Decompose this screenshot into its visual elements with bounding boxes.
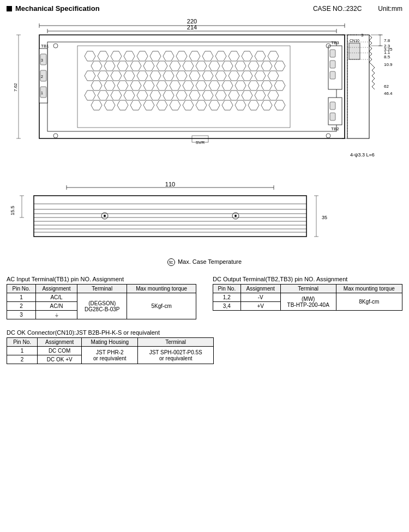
svg-text:3: 3 bbox=[41, 58, 43, 62]
unit-label: Unit:mm bbox=[378, 5, 402, 13]
svg-rect-8 bbox=[39, 35, 345, 138]
svg-marker-85 bbox=[268, 90, 279, 100]
svg-marker-31 bbox=[157, 61, 167, 71]
svg-rect-111 bbox=[330, 61, 335, 68]
dcok-row1-pin: 1 bbox=[7, 347, 38, 355]
svg-text:SVR: SVR bbox=[196, 140, 205, 145]
svg-marker-18 bbox=[176, 51, 187, 61]
svg-rect-10 bbox=[77, 46, 290, 128]
svg-marker-59 bbox=[130, 81, 141, 90]
svg-marker-63 bbox=[183, 81, 194, 90]
ac-input-table-group: AC Input Terminal(TB1) pin NO. Assignmen… bbox=[7, 276, 196, 319]
dcok-row2-pin: 2 bbox=[7, 355, 38, 364]
svg-text:110: 110 bbox=[165, 182, 175, 188]
svg-marker-22 bbox=[228, 51, 239, 61]
dcok-col-pinno: Pin No. bbox=[7, 338, 38, 347]
svg-marker-88 bbox=[117, 100, 128, 110]
svg-marker-12 bbox=[98, 51, 109, 61]
ac-input-table-title: AC Input Terminal(TB1) pin NO. Assignmen… bbox=[7, 276, 196, 282]
svg-marker-19 bbox=[189, 51, 200, 61]
svg-text:2: 2 bbox=[41, 75, 43, 78]
ac-row1-pin: 1 bbox=[7, 293, 36, 302]
dc-col-assignment: Assignment bbox=[240, 285, 280, 293]
svg-marker-51 bbox=[215, 71, 226, 81]
ac-terminal: (DEGSON)DG28C-B-03P bbox=[77, 293, 127, 319]
ac-row1-assignment: AC/L bbox=[35, 293, 77, 302]
svg-marker-30 bbox=[143, 61, 154, 71]
svg-marker-91 bbox=[157, 100, 167, 110]
svg-point-172 bbox=[234, 215, 237, 217]
ac-input-table: Pin No. Assignment Terminal Max mounting… bbox=[7, 284, 196, 319]
svg-point-126 bbox=[326, 134, 330, 138]
svg-marker-64 bbox=[196, 81, 207, 90]
dcok-row2-assignment: DC OK +V bbox=[38, 355, 82, 364]
ac-row2-pin: 2 bbox=[7, 302, 36, 311]
svg-rect-110 bbox=[330, 50, 335, 57]
svg-marker-82 bbox=[228, 90, 239, 100]
svg-marker-95 bbox=[209, 100, 220, 110]
table-row: 1 AC/L (DEGSON)DG28C-B-03P 5Kgf-cm bbox=[7, 293, 196, 302]
svg-marker-53 bbox=[242, 71, 252, 81]
svg-text:62: 62 bbox=[384, 84, 389, 89]
svg-rect-9 bbox=[47, 42, 336, 131]
svg-marker-71 bbox=[85, 90, 95, 100]
svg-marker-49 bbox=[189, 71, 200, 81]
svg-rect-116 bbox=[330, 113, 335, 120]
dcok-terminal: JST SPH-002T-P0.5Sor requivalent bbox=[138, 347, 214, 364]
temp-note: tc Max. Case Temperature bbox=[7, 258, 402, 266]
svg-text:1: 1 bbox=[41, 91, 43, 95]
svg-marker-99 bbox=[261, 100, 272, 110]
svg-text:2.3: 2.3 bbox=[384, 44, 390, 49]
svg-marker-94 bbox=[196, 100, 207, 110]
ac-col-torque: Max mounting torque bbox=[127, 285, 196, 293]
dcok-col-mating: Mating Housing bbox=[82, 338, 138, 347]
svg-marker-73 bbox=[111, 90, 122, 100]
svg-marker-84 bbox=[255, 90, 266, 100]
svg-marker-67 bbox=[235, 81, 246, 90]
svg-marker-52 bbox=[228, 71, 239, 81]
svg-marker-96 bbox=[222, 100, 233, 110]
svg-marker-28 bbox=[117, 61, 128, 71]
svg-text:TB1: TB1 bbox=[41, 44, 49, 49]
svg-marker-92 bbox=[170, 100, 181, 110]
svg-marker-39 bbox=[261, 61, 272, 71]
svg-marker-98 bbox=[248, 100, 259, 110]
svg-marker-42 bbox=[98, 71, 109, 81]
svg-text:214: 214 bbox=[187, 24, 197, 31]
svg-point-171 bbox=[104, 215, 106, 217]
svg-marker-65 bbox=[209, 81, 220, 90]
svg-marker-54 bbox=[255, 71, 266, 81]
svg-marker-97 bbox=[235, 100, 246, 110]
svg-marker-60 bbox=[143, 81, 154, 90]
dcok-mating: JST PHR-2or requivalent bbox=[82, 347, 138, 364]
svg-marker-79 bbox=[189, 90, 200, 100]
svg-text:4-ψ3.3 L=6: 4-ψ3.3 L=6 bbox=[350, 152, 375, 158]
svg-marker-89 bbox=[130, 100, 141, 110]
svg-marker-93 bbox=[183, 100, 194, 110]
svg-rect-160 bbox=[34, 196, 306, 237]
dc-col-torque: Max mounting torque bbox=[336, 285, 402, 293]
svg-rect-114 bbox=[328, 98, 342, 125]
svg-point-125 bbox=[53, 134, 58, 138]
svg-marker-75 bbox=[137, 90, 148, 100]
ac-row2-assignment: AC/N bbox=[35, 302, 77, 311]
svg-marker-35 bbox=[209, 61, 220, 71]
svg-text:10.9: 10.9 bbox=[384, 62, 393, 67]
svg-marker-40 bbox=[274, 61, 285, 71]
svg-marker-13 bbox=[111, 51, 122, 61]
title-icon bbox=[7, 6, 12, 11]
svg-marker-32 bbox=[170, 61, 181, 71]
svg-marker-72 bbox=[98, 90, 109, 100]
svg-marker-44 bbox=[124, 71, 135, 81]
svg-marker-80 bbox=[202, 90, 213, 100]
dc-row1-pin: 1,2 bbox=[213, 293, 241, 302]
svg-marker-20 bbox=[202, 51, 213, 61]
svg-marker-76 bbox=[150, 90, 161, 100]
svg-marker-47 bbox=[163, 71, 174, 81]
svg-marker-21 bbox=[215, 51, 226, 61]
ac-col-terminal: Terminal bbox=[77, 285, 127, 293]
svg-marker-41 bbox=[85, 71, 95, 81]
ac-col-pinno: Pin No. bbox=[7, 285, 36, 293]
dcok-col-assignment: Assignment bbox=[38, 338, 82, 347]
svg-marker-69 bbox=[261, 81, 272, 90]
